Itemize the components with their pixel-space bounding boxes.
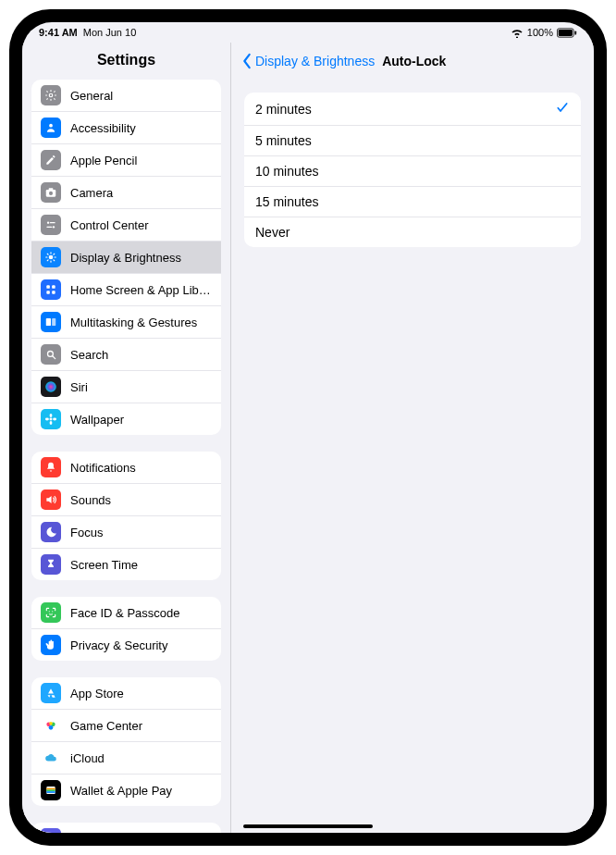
sidebar-group: Face ID & PasscodePrivacy & Security: [31, 597, 221, 661]
sidebar-item-label: Siri: [70, 380, 212, 394]
apps-icon: [41, 828, 61, 833]
auto-lock-options: 2 minutes5 minutes10 minutes15 minutesNe…: [244, 93, 581, 247]
sidebar-item-label: Wallpaper: [70, 413, 212, 427]
hourglass-icon: [41, 554, 61, 575]
status-bar: 9:41 AM Mon Jun 10 100%: [22, 22, 594, 43]
sidebar-item-label: Camera: [70, 186, 212, 200]
back-label: Display & Brightness: [255, 54, 375, 68]
sidebar-item-label: Notifications: [70, 461, 212, 475]
sidebar-item-label: Accessibility: [70, 121, 212, 135]
svg-rect-11: [46, 227, 52, 228]
sidebar-item-control-center[interactable]: Control Center: [31, 209, 221, 242]
back-button[interactable]: Display & Brightness: [240, 53, 375, 69]
gamecenter-icon: [41, 715, 61, 736]
sidebar-item-display[interactable]: Display & Brightness: [31, 242, 221, 274]
sidebar-item-label: Wallet & Apple Pay: [70, 784, 212, 798]
sidebar-item-label: App Store: [70, 687, 212, 700]
switches-icon: [41, 215, 61, 235]
auto-lock-option[interactable]: 2 minutes: [244, 93, 581, 126]
wallet-icon: [41, 780, 61, 800]
grid-icon: [41, 279, 61, 300]
person-icon: [41, 118, 61, 138]
svg-point-27: [52, 611, 53, 612]
sidebar-item-focus[interactable]: Focus: [31, 516, 221, 549]
chevron-left-icon: [240, 53, 253, 69]
sidebar-item-sounds[interactable]: Sounds: [31, 484, 221, 516]
svg-rect-14: [52, 285, 55, 289]
svg-rect-34: [46, 789, 55, 791]
svg-point-4: [49, 124, 53, 128]
svg-rect-9: [50, 222, 55, 223]
status-time: 9:41 AM: [39, 27, 78, 38]
detail-title: Auto-Lock: [382, 54, 446, 68]
svg-point-25: [53, 418, 56, 421]
sidebar-item-label: Control Center: [70, 218, 212, 232]
svg-point-8: [47, 222, 49, 224]
sidebar-item-label: General: [70, 89, 212, 103]
bell-icon: [41, 457, 61, 477]
sidebar-item-label: Search: [70, 348, 212, 362]
auto-lock-option[interactable]: 15 minutes: [244, 187, 581, 217]
sidebar-item-label: Privacy & Security: [70, 638, 212, 652]
device-frame: 9:41 AM Mon Jun 10 100% Settings General…: [9, 9, 607, 846]
sidebar-item-gamecenter[interactable]: Game Center: [31, 710, 221, 742]
svg-point-21: [50, 418, 53, 421]
svg-point-12: [49, 255, 54, 260]
hand-icon: [41, 635, 61, 655]
rects-icon: [41, 312, 61, 332]
sidebar-item-apple-pencil[interactable]: Apple Pencil: [31, 144, 221, 177]
moon-icon: [41, 522, 61, 542]
svg-rect-33: [46, 788, 55, 790]
svg-point-24: [45, 418, 49, 421]
option-label: 2 minutes: [255, 102, 312, 117]
sidebar-item-notifications[interactable]: Notifications: [31, 452, 221, 484]
sidebar-item-search[interactable]: Search: [31, 339, 221, 371]
face-icon: [41, 602, 61, 623]
auto-lock-option[interactable]: Never: [244, 217, 581, 247]
sidebar-item-apps[interactable]: Apps: [31, 823, 221, 833]
svg-point-10: [53, 226, 55, 228]
sidebar-item-screen-time[interactable]: Screen Time: [31, 549, 221, 580]
settings-sidebar: Settings GeneralAccessibilityApple Penci…: [22, 43, 231, 833]
sidebar-item-icloud[interactable]: iCloud: [31, 742, 221, 774]
sidebar-item-label: Face ID & Passcode: [70, 606, 212, 620]
svg-point-26: [49, 611, 50, 612]
sidebar-item-label: Apple Pencil: [70, 154, 212, 167]
flower-icon: [41, 409, 61, 429]
sidebar-item-wallet[interactable]: Wallet & Apple Pay: [31, 774, 221, 806]
svg-point-6: [49, 192, 53, 195]
sidebar-item-general[interactable]: General: [31, 80, 221, 112]
screen: 9:41 AM Mon Jun 10 100% Settings General…: [22, 22, 594, 833]
auto-lock-option[interactable]: 5 minutes: [244, 126, 581, 156]
svg-point-23: [50, 421, 53, 425]
option-label: 10 minutes: [255, 164, 318, 179]
sidebar-item-home-screen[interactable]: Home Screen & App Library: [31, 274, 221, 306]
sidebar-item-label: Display & Brightness: [70, 251, 212, 265]
auto-lock-option[interactable]: 10 minutes: [244, 156, 581, 187]
sidebar-item-label: Focus: [70, 526, 212, 539]
sidebar-item-appstore[interactable]: App Store: [31, 677, 221, 710]
sidebar-item-multitasking[interactable]: Multitasking & Gestures: [31, 306, 221, 339]
sidebar-item-camera[interactable]: Camera: [31, 177, 221, 209]
svg-rect-2: [574, 31, 576, 34]
sidebar-item-accessibility[interactable]: Accessibility: [31, 112, 221, 144]
sidebar-item-siri[interactable]: Siri: [31, 371, 221, 403]
svg-rect-35: [46, 791, 55, 793]
sidebar-item-wallpaper[interactable]: Wallpaper: [31, 403, 221, 435]
appstore-icon: [41, 683, 61, 703]
sidebar-item-label: Screen Time: [70, 558, 212, 572]
svg-point-31: [49, 722, 53, 725]
sidebar-item-faceid[interactable]: Face ID & Passcode: [31, 597, 221, 629]
home-indicator[interactable]: [243, 824, 373, 828]
sidebar-item-label: Game Center: [70, 719, 212, 733]
cloud-icon: [41, 748, 61, 768]
sidebar-group: NotificationsSoundsFocusScreen Time: [31, 452, 221, 580]
battery-icon: [557, 28, 577, 38]
sidebar-title: Settings: [22, 43, 230, 80]
svg-point-22: [50, 414, 53, 417]
sidebar-item-privacy[interactable]: Privacy & Security: [31, 629, 221, 661]
svg-rect-17: [46, 318, 51, 326]
svg-rect-13: [46, 285, 50, 289]
speaker-icon: [41, 489, 61, 510]
search-icon: [41, 344, 61, 365]
